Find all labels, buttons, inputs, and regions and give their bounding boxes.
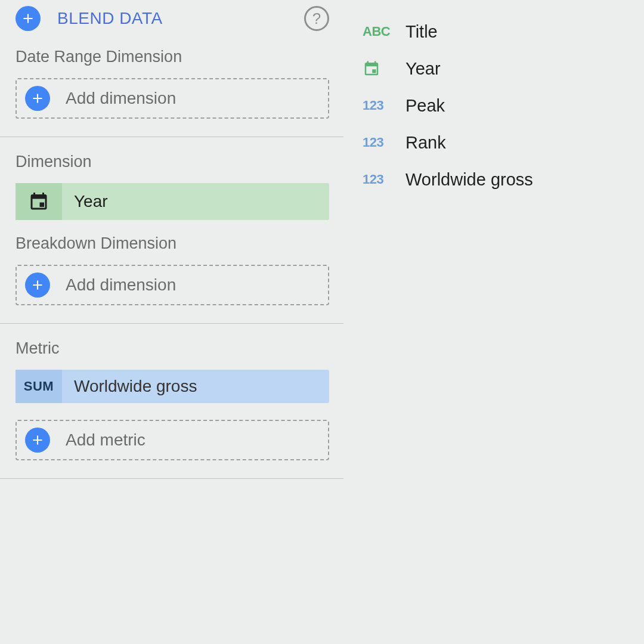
field-year[interactable]: Year [363,50,634,87]
field-label: Title [405,22,438,42]
date-range-dimension-label: Date Range Dimension [16,48,329,66]
breakdown-dimension-label: Breakdown Dimension [16,234,329,253]
add-dimension-label: Add dimension [66,275,176,295]
dimension-chip-label: Year [74,192,108,211]
field-label: Worldwide gross [405,170,533,190]
add-breakdown-dimension-button[interactable]: Add dimension [16,265,329,305]
field-rank[interactable]: 123 Rank [363,124,634,161]
metric-chip-label: Worldwide gross [74,377,197,396]
blend-data-row: BLEND DATA ? [0,0,343,48]
add-metric-button[interactable]: Add metric [16,420,329,460]
dimension-label: Dimension [16,153,329,171]
field-worldwide-gross[interactable]: 123 Worldwide gross [363,161,634,198]
field-label: Year [405,59,441,79]
metric-chip-worldwide-gross[interactable]: SUM Worldwide gross [16,370,329,403]
plus-icon [25,273,50,298]
svg-rect-1 [372,69,376,73]
field-title[interactable]: ABC Title [363,13,634,50]
blend-data-label: BLEND DATA [57,9,163,28]
date-range-section: Date Range Dimension Add dimension [0,48,343,137]
config-panel: BLEND DATA ? Date Range Dimension Add di… [0,0,343,644]
blend-data-button[interactable]: BLEND DATA [16,6,304,31]
dimension-chip-year[interactable]: Year [16,183,329,220]
field-label: Peak [405,96,445,116]
sum-icon: SUM [16,370,62,403]
field-peak[interactable]: 123 Peak [363,87,634,124]
metric-label: Metric [16,339,329,358]
add-dimension-label: Add dimension [66,89,176,108]
number-icon: 123 [363,172,396,187]
number-icon: 123 [363,135,396,150]
field-label: Rank [405,133,446,153]
number-icon: 123 [363,98,396,113]
help-icon[interactable]: ? [304,6,329,31]
abc-icon: ABC [363,24,396,39]
fields-panel: ABC Title Year 123 Peak 123 Rank 123 Wor… [343,0,644,644]
calendar-icon [16,183,62,220]
svg-rect-0 [40,203,45,208]
plus-icon [16,6,41,31]
metric-section: Metric SUM Worldwide gross Add metric [0,324,343,479]
plus-icon [25,86,50,111]
add-metric-label: Add metric [66,431,145,450]
plus-icon [25,428,50,453]
calendar-icon [363,60,396,78]
add-date-range-dimension-button[interactable]: Add dimension [16,78,329,119]
dimension-section: Dimension Year Breakdown Dimension Add d… [0,137,343,324]
